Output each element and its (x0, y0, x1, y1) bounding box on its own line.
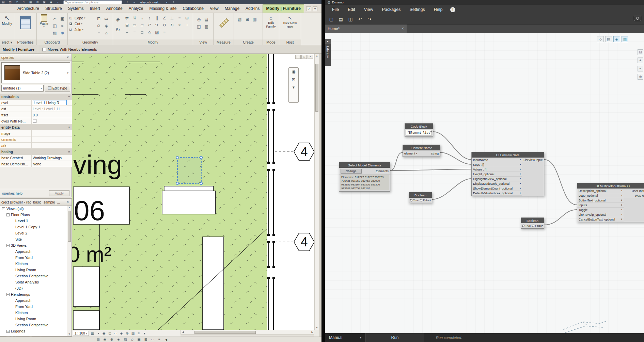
dropdown-arrow-icon[interactable]: ▾ (84, 17, 85, 19)
modify-tool-icon[interactable]: ↷ (153, 21, 161, 29)
cope-button[interactable]: ◰Cope▾ (68, 15, 94, 21)
redo-icon[interactable]: ↷ (365, 16, 374, 23)
scroll-up-icon[interactable]: ▲ (67, 206, 72, 210)
properties-help-link[interactable]: operties help (2, 191, 22, 195)
browser-item-kitchen[interactable]: Kitchen (0, 261, 67, 267)
close-view-icon[interactable]: × (308, 55, 313, 59)
selected-furniture[interactable] (177, 158, 201, 183)
input-port-highlightinview-optional[interactable]: HighlightInView_optional› (472, 177, 522, 181)
geometry-tool-icon[interactable]: ▭ (103, 15, 110, 22)
modify-tool-icon[interactable]: ↶ (146, 21, 153, 29)
modify-tool-icon[interactable]: ∥ (153, 14, 161, 21)
status-icon[interactable]: ⊕ (108, 337, 115, 342)
collapse-icon[interactable]: − (6, 293, 10, 296)
ribbon-tab-analyze[interactable]: Analyze (126, 5, 146, 13)
steering-wheel-icon[interactable]: ◉ (292, 69, 295, 74)
browser-scrollbar[interactable]: ▲ ▼ (67, 206, 72, 336)
restore-view-icon[interactable]: □ (301, 55, 307, 59)
modify-tool-icon[interactable]: + (183, 21, 191, 29)
nav-more-icon[interactable]: ▾ (293, 85, 295, 90)
modify-tool-icon[interactable]: ⇅ (131, 14, 138, 21)
join-button[interactable]: ⊔Join▾ (68, 27, 94, 32)
menu-settings[interactable]: Settings (405, 5, 429, 14)
titlebar-icon[interactable]: ? (170, 0, 177, 4)
node-title[interactable]: Select Model Elements (339, 162, 390, 168)
create-tool-icon[interactable]: ▧ (236, 16, 244, 23)
menu-edit[interactable]: Edit (343, 5, 360, 14)
view-control-icon[interactable]: ▭ (113, 331, 119, 336)
ribbon-tab-view[interactable]: View (207, 5, 222, 13)
browser-item-section-perspective[interactable]: Section Perspective (0, 322, 67, 328)
status-icon[interactable]: ◈ (115, 337, 122, 342)
output-port[interactable]: Elements (376, 169, 389, 173)
panel-label-modify[interactable]: Modify (113, 39, 193, 45)
menu-help[interactable]: Help (429, 5, 447, 14)
titlebar-icon[interactable]: ⊞ (34, 0, 41, 4)
panel-label-properties[interactable]: Properties (14, 39, 36, 45)
input-port[interactable]: element › (404, 152, 417, 155)
menu-file[interactable]: File (328, 5, 343, 14)
modify-button[interactable]: ↖ Modify (0, 14, 14, 26)
zoom-icon[interactable]: ⊡ (292, 77, 296, 82)
element-filter-dropdown[interactable]: urniture (1)▾ (1, 85, 44, 92)
browser-item-approach[interactable]: Approach (0, 297, 67, 304)
node-title[interactable]: UI.Listview Data (472, 152, 544, 158)
output-port-was-run[interactable]: Was Run (624, 193, 644, 198)
input-port-inputname[interactable]: InputName› (472, 158, 522, 162)
drawing-area[interactable]: 4 4 ving 06 0 m² –□× ◉⊡▾ (72, 54, 314, 330)
titlebar-icon[interactable]: ▣ (41, 0, 48, 4)
clipboard-tool-icon[interactable]: ◫ (51, 22, 59, 29)
browser-item-level-2[interactable]: Level 2 (0, 230, 67, 236)
panel-label-view[interactable]: View (193, 39, 213, 45)
modify-tool-icon[interactable]: ↺ (161, 21, 168, 29)
cut-button[interactable]: ◪Cut▾ (68, 21, 94, 27)
view-control-icon[interactable]: ⊡ (107, 331, 113, 336)
property-value[interactable]: Working Drawings (32, 155, 72, 161)
panel-label-select[interactable]: elect ▾ (0, 39, 14, 45)
ribbon-tab-systems[interactable]: Systems (65, 5, 87, 13)
apply-button[interactable]: Apply (49, 190, 69, 196)
input-port-displaymodeonly-optional[interactable]: DisplayModeOnly_optional› (472, 181, 522, 186)
chevron-down-icon[interactable]: ▾ (67, 71, 68, 75)
modify-tool-icon[interactable]: ≡ (176, 14, 183, 21)
browser-item-3d-views[interactable]: −3D Views (0, 242, 67, 248)
node-ui-multiple-input-form[interactable]: UI.MultipleInputForm ++ Description_opti… (577, 183, 644, 222)
clipboard-tool-icon[interactable]: ▣ (59, 15, 66, 22)
ribbon-tab-collaborate[interactable]: Collaborate (180, 5, 207, 13)
node-title[interactable]: UI.MultipleInputForm ++ (577, 183, 644, 189)
view-control-icon[interactable]: ▨ (130, 331, 136, 336)
clear-search-icon[interactable]: × (131, 0, 138, 4)
clipboard-tool-icon[interactable]: ⊕ (59, 29, 66, 36)
view-control-icon[interactable]: ◈ (119, 331, 124, 336)
browser-item-solar-analysis[interactable]: Solar Analysis (0, 279, 67, 285)
view-tool-icon[interactable]: ▦ (203, 23, 210, 30)
input-port-cancelbuttontext-optional[interactable]: CancelButtonText_optional› (577, 217, 624, 222)
browser-item-section-perspective[interactable]: Section Perspective (0, 273, 67, 279)
modify-tool-icon[interactable]: ⊟ (123, 21, 131, 29)
input-port-showelementcount-optional[interactable]: ShowElementCount_optional› (472, 186, 522, 191)
geometry-tool-icon[interactable]: ⌂ (103, 29, 110, 36)
ribbon-tab-manage[interactable]: Manage (222, 5, 242, 13)
rotate-icon[interactable]: ↻ (114, 26, 122, 33)
view-control-icon[interactable]: ◉ (101, 331, 107, 336)
modify-tool-icon[interactable]: ⊥ (168, 14, 176, 21)
output-port[interactable]: › (542, 224, 543, 227)
dropdown-arrow-icon[interactable]: ▾ (82, 28, 83, 31)
create-tool-icon[interactable]: ⊞ (244, 16, 251, 23)
ribbon-tab-insert[interactable]: Insert (87, 5, 103, 13)
panel-label-create[interactable]: Create (234, 39, 263, 45)
radio-false[interactable] (420, 199, 422, 201)
modify-tool-icon[interactable]: ⇄ (123, 14, 131, 21)
ribbon-tab-context[interactable]: Modify | Furniture (263, 4, 304, 13)
new-icon[interactable]: ▢ (327, 16, 336, 23)
favorite-icon[interactable]: ☆ (124, 0, 131, 4)
node-ui-listview-data[interactable]: UI.Listview Data InputName›Keys : []›Val… (471, 152, 544, 196)
node-boolean[interactable]: Boolean True False › (521, 217, 544, 229)
modify-tool-icon[interactable]: ▨ (153, 29, 161, 36)
output-port[interactable]: ListView Input (522, 158, 544, 162)
titlebar-icon[interactable]: ↶ (14, 0, 20, 4)
modify-tool-icon[interactable]: □ (138, 29, 146, 36)
modify-tool-icon[interactable]: ∠ (161, 14, 168, 21)
scroll-down-icon[interactable]: ▼ (315, 326, 319, 330)
node-boolean[interactable]: Boolean True False › (409, 192, 432, 203)
